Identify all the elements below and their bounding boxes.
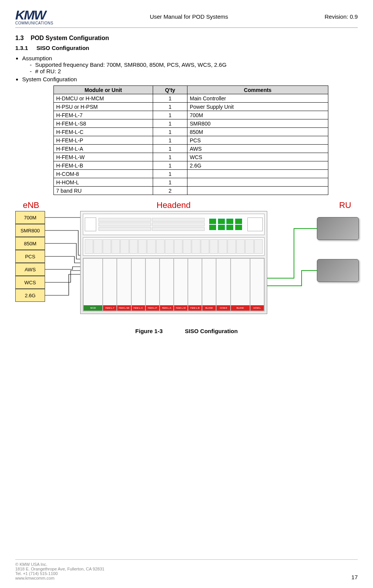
module-label: FEM-L-7 [103, 305, 116, 311]
cell-qty: 1 [153, 136, 187, 145]
cell-module: H-FEM-L-7 [54, 111, 153, 119]
sublist-item-ru: -# of RU: 2 [30, 68, 358, 74]
subsection-title: SISO Configuration [36, 45, 89, 51]
cell-comment: PCS [187, 136, 328, 145]
bullet-list: Assumption -Supported frequency Band: 70… [22, 55, 358, 82]
table-row: 7 band RU2 [54, 187, 328, 195]
enb-band-box: AWS [15, 263, 45, 276]
module-label: FEM-L-B [188, 305, 202, 311]
module-label: FEM-L-A [160, 305, 173, 311]
module-body [231, 259, 250, 305]
module-column: FEM-L-C [131, 258, 145, 311]
slot-row [83, 238, 264, 255]
module-body [174, 259, 187, 305]
logo: KMW COMMUNICATIONS [15, 8, 53, 25]
section-number: 1.3 [15, 35, 24, 41]
dmcu-slot [247, 217, 263, 231]
cell-module: H-COM-8 [54, 170, 153, 178]
module-column: FEM-L-7 [103, 258, 117, 311]
module-body [117, 259, 131, 305]
bullet-assumption: Assumption -Supported frequency Band: 70… [22, 55, 358, 74]
module-body [103, 259, 116, 305]
enb-band-stack: 700MSMR800850MPCSAWSWCS2.6G [15, 211, 45, 302]
cell-comment: Power Supply Unit [187, 103, 328, 111]
cell-comment: SMR800 [187, 119, 328, 128]
doc-title: User Manual for POD Systems [53, 13, 325, 20]
section-heading-1-3: 1.3POD System Configuration [15, 35, 358, 42]
cell-comment [187, 170, 328, 178]
th-comments: Comments [187, 86, 328, 94]
revision-label: Revision: 0.9 [325, 13, 358, 20]
bullet-text: System Configuration [22, 76, 77, 82]
cell-module: H-FEM-L-C [54, 128, 153, 136]
module-body [216, 259, 230, 305]
module-column: BLANK [231, 258, 250, 311]
ru-unit-1 [317, 217, 359, 240]
cell-comment: WCS [187, 153, 328, 161]
footer-info: © KMW USA Inc. 1818 E. Orangethrope Ave,… [15, 562, 104, 580]
cell-comment [187, 187, 328, 195]
cell-qty: 1 [153, 128, 187, 136]
module-row: MCMFEM-L-7FEM-L-S8FEM-L-CFEM-L-PFEM-L-AF… [83, 258, 264, 311]
figure-caption: Figure 1-3 SISO Configuration [15, 328, 358, 334]
module-column: FEM-L-W [174, 258, 188, 311]
module-column: BLANK [202, 258, 216, 311]
diagram-label-ru: RU [339, 200, 351, 210]
cell-qty: 1 [153, 111, 187, 119]
siso-diagram: eNB Headend RU 700MSMR800850MPCSAWSWCS2.… [15, 202, 359, 324]
section-title: POD System Configuration [31, 35, 109, 41]
page-footer: © KMW USA Inc. 1818 E. Orangethrope Ave,… [15, 559, 358, 580]
table-row: H-FEM-L-B12.6G [54, 161, 328, 170]
table-row: H-COM-81 [54, 170, 328, 178]
module-column: FEM-L-B [188, 258, 202, 311]
logo-subtext: COMMUNICATIONS [15, 21, 53, 25]
table-row: H-FEM-L-71700M [54, 111, 328, 119]
module-body [132, 259, 145, 305]
cell-module: H-DMCU or H-MCM [54, 94, 153, 103]
port-icon [209, 219, 216, 224]
module-label: BLANK [202, 305, 216, 311]
cell-qty: 1 [153, 161, 187, 170]
module-body [84, 259, 102, 305]
cell-comment: AWS [187, 145, 328, 153]
table-row: H-PSU or H-PSM1Power Supply Unit [54, 103, 328, 111]
headend-chassis: MCMFEM-L-7FEM-L-S8FEM-L-CFEM-L-PFEM-L-AF… [80, 211, 267, 314]
cell-qty: 1 [153, 170, 187, 178]
th-qty: Q'ty [153, 86, 187, 94]
module-label: FEM-L-S8 [117, 305, 131, 311]
ru-unit-2 [317, 259, 359, 282]
cell-qty: 1 [153, 94, 187, 103]
page-header: KMW COMMUNICATIONS User Manual for POD S… [15, 8, 358, 28]
sublist-item-bands: -Supported frequency Band: 700M, SMR800,… [30, 61, 358, 68]
table-row: H-HOM-L1 [54, 178, 328, 187]
port-grid [207, 216, 245, 232]
module-body [202, 259, 216, 305]
bullet-system-config: System Configuration [22, 76, 358, 82]
subsection-number: 1.3.1 [15, 45, 28, 51]
module-body [250, 259, 264, 305]
page-number: 17 [351, 574, 358, 580]
logo-text: KMW [15, 8, 53, 23]
module-label: HOM-L [250, 305, 264, 311]
cell-qty: 1 [153, 119, 187, 128]
cell-module: H-FEM-L-S8 [54, 119, 153, 128]
figure-number: Figure 1-3 [135, 328, 163, 334]
module-column: HOM-L [250, 258, 264, 311]
sublist: -Supported frequency Band: 700M, SMR800,… [30, 61, 358, 74]
table-row: H-FEM-L-P1PCS [54, 136, 328, 145]
diagram-label-headend: Headend [157, 200, 191, 210]
cell-comment: Main Controller [187, 94, 328, 103]
enb-band-box: PCS [15, 250, 45, 263]
footer-web: www.kmwcomm.com [15, 576, 104, 580]
enb-band-box: 700M [15, 211, 45, 224]
cell-module: H-FEM-L-B [54, 161, 153, 170]
table-row: H-FEM-L-S81SMR800 [54, 119, 328, 128]
config-table: Module or Unit Q'ty Comments H-DMCU or H… [53, 85, 328, 195]
cell-module: H-HOM-L [54, 178, 153, 187]
module-body [188, 259, 202, 305]
cell-qty: 1 [153, 103, 187, 111]
module-column: FEM-L-A [160, 258, 174, 311]
cell-comment [187, 178, 328, 187]
cell-comment: 850M [187, 128, 328, 136]
ru-stack [317, 217, 359, 282]
